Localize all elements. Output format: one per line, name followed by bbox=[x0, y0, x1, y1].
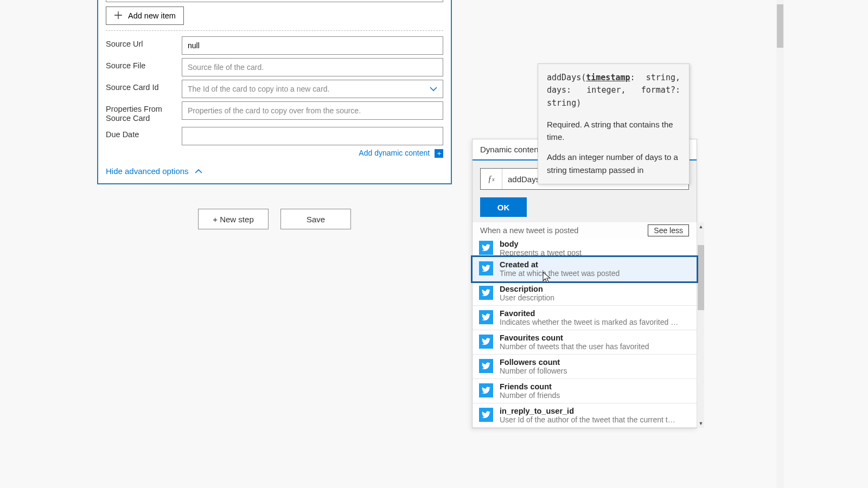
see-less-button[interactable]: See less bbox=[648, 224, 689, 236]
add-dynamic-content-link[interactable]: Add dynamic content bbox=[359, 149, 430, 157]
new-step-button[interactable]: + New step bbox=[198, 209, 269, 229]
item-title: Description bbox=[500, 285, 554, 293]
dynamic-content-row: Add dynamic content ＋ bbox=[106, 149, 443, 158]
twitter-icon bbox=[479, 359, 493, 373]
field-label: Source Card Id bbox=[106, 80, 182, 92]
item-description: Number of followers bbox=[500, 367, 567, 375]
dynamic-content-list: bodyRepresents a tweet postCreated atTim… bbox=[473, 240, 697, 428]
footer-buttons: + New step Save bbox=[198, 209, 351, 229]
scroll-up-icon[interactable]: ▲ bbox=[698, 223, 704, 230]
twitter-icon bbox=[479, 335, 493, 349]
window-scrollbar[interactable] bbox=[776, 0, 784, 488]
field-row-due-date: Due Date bbox=[106, 127, 443, 145]
field-row-source-file: Source File bbox=[106, 58, 443, 76]
field-label: Due Date bbox=[106, 127, 182, 139]
field-row-source-url: Source Url bbox=[106, 36, 443, 55]
properties-from-source-input[interactable] bbox=[182, 101, 443, 120]
section-header: When a new tweet is posted See less bbox=[473, 222, 697, 240]
tooltip-signature: addDays(timestamp: string, days: integer… bbox=[547, 72, 680, 110]
item-description: Time at which the tweet was posted bbox=[500, 269, 620, 278]
item-description: User description bbox=[500, 293, 554, 302]
action-card: Add new item Source Url Source File Sour… bbox=[97, 0, 452, 184]
scroll-thumb[interactable] bbox=[777, 4, 783, 48]
item-description: Number of tweets that the user has favor… bbox=[500, 342, 649, 351]
item-title: Favorited bbox=[500, 309, 679, 318]
twitter-icon bbox=[479, 310, 493, 324]
prior-input[interactable] bbox=[106, 0, 443, 2]
hide-advanced-options-link[interactable]: Hide advanced options bbox=[106, 166, 203, 176]
plus-icon bbox=[114, 11, 123, 21]
scrollbar[interactable]: ▲ ▼ bbox=[697, 222, 704, 428]
due-date-input[interactable] bbox=[182, 127, 443, 145]
source-card-id-select[interactable] bbox=[182, 80, 443, 98]
dynamic-content-item[interactable]: Favourites countNumber of tweets that th… bbox=[473, 330, 697, 355]
dynamic-content-item[interactable]: Followers countNumber of followers bbox=[473, 355, 697, 379]
dynamic-content-item[interactable]: Created atTime at which the tweet was po… bbox=[473, 257, 697, 281]
plus-square-icon[interactable]: ＋ bbox=[435, 149, 443, 158]
dynamic-content-item[interactable]: DescriptionUser description bbox=[473, 281, 697, 306]
tooltip-para-2: Adds an integer number of days to a stri… bbox=[547, 151, 680, 176]
twitter-icon bbox=[479, 241, 493, 255]
tooltip-para-1: Required. A string that contains the tim… bbox=[547, 118, 680, 144]
scroll-thumb[interactable] bbox=[698, 245, 704, 310]
add-new-item-label: Add new item bbox=[128, 11, 176, 20]
item-title: Followers count bbox=[500, 358, 567, 367]
dynamic-content-item[interactable]: bodyRepresents a tweet post bbox=[473, 240, 697, 257]
twitter-icon bbox=[479, 383, 493, 397]
item-description: User Id of the author of the tweet that … bbox=[500, 415, 679, 424]
dynamic-content-item[interactable]: in_reply_to_user_idUser Id of the author… bbox=[473, 403, 697, 428]
field-label: Source Url bbox=[106, 36, 182, 49]
add-new-item-button[interactable]: Add new item bbox=[106, 7, 184, 25]
twitter-icon bbox=[479, 408, 493, 422]
expression-tooltip: addDays(timestamp: string, days: integer… bbox=[538, 63, 690, 184]
section-title: When a new tweet is posted bbox=[480, 226, 578, 235]
item-title: Friends count bbox=[500, 382, 560, 391]
field-label: Source File bbox=[106, 58, 182, 70]
source-file-input[interactable] bbox=[182, 58, 443, 76]
save-button[interactable]: Save bbox=[280, 209, 351, 229]
dynamic-content-item[interactable]: Friends countNumber of friends bbox=[473, 379, 697, 403]
dynamic-content-item[interactable]: FavoritedIndicates whether the tweet is … bbox=[473, 306, 697, 330]
item-description: Indicates whether the tweet is marked as… bbox=[500, 318, 679, 326]
dynamic-content-body: When a new tweet is posted See less body… bbox=[473, 222, 697, 428]
item-title: Favourites count bbox=[500, 333, 649, 342]
item-description: Represents a tweet post bbox=[500, 248, 582, 257]
fx-icon: ƒx bbox=[481, 169, 502, 189]
item-description: Number of friends bbox=[500, 391, 560, 400]
twitter-icon bbox=[479, 261, 493, 275]
scroll-down-icon[interactable]: ▼ bbox=[698, 420, 704, 427]
ok-button[interactable]: OK bbox=[480, 197, 527, 217]
item-title: Created at bbox=[500, 260, 620, 269]
source-url-input[interactable] bbox=[182, 36, 443, 55]
field-row-source-card-id: Source Card Id bbox=[106, 80, 443, 98]
field-label: Properties From Source Card bbox=[106, 101, 182, 124]
item-title: body bbox=[500, 240, 582, 248]
item-title: in_reply_to_user_id bbox=[500, 407, 679, 415]
twitter-icon bbox=[479, 286, 493, 300]
field-row-properties-from-source: Properties From Source Card bbox=[106, 101, 443, 124]
advanced-label: Hide advanced options bbox=[106, 166, 189, 176]
